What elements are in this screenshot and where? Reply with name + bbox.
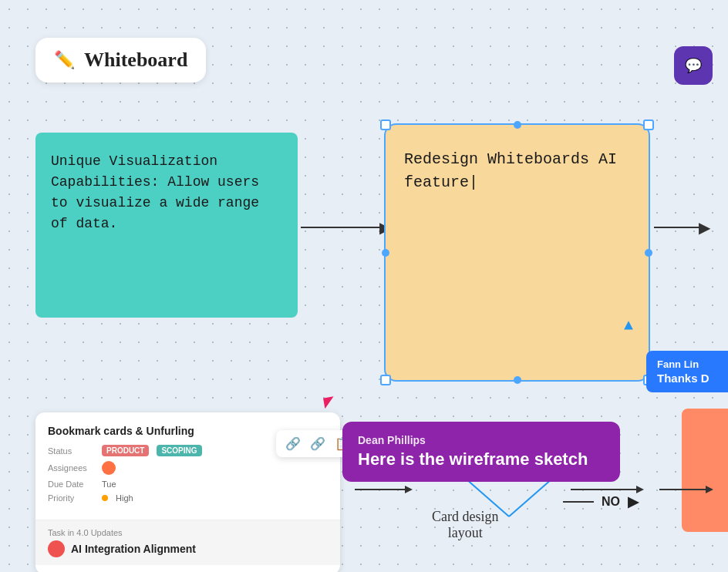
assignee-avatar — [102, 461, 116, 475]
resize-handle-bl[interactable] — [380, 375, 391, 385]
sticky-note-teal[interactable]: Unique Visualization Capabilities: Allow… — [35, 133, 298, 318]
arrow-connector-right: ▶ — [654, 218, 710, 237]
ai-integration-title: AI Integration Alignment — [71, 543, 196, 555]
task-card-bottom: Task in 4.0 Updates AI Integration Align… — [35, 520, 340, 565]
task-meta-priority: Priority High — [48, 493, 328, 503]
due-date-label: Due Date — [48, 479, 94, 489]
task-card-content: Bookmark cards & Unfurling Status PRODUC… — [35, 412, 340, 520]
no-label: NO ▶ — [563, 493, 639, 510]
assignees-label: Assignees — [48, 463, 94, 473]
sticky-note-orange[interactable]: Redesign Whiteboards AI feature| ▲ — [384, 123, 650, 382]
resize-handle-tr[interactable] — [643, 119, 654, 130]
mid-handle-bottom[interactable] — [514, 376, 521, 384]
mid-handle-left[interactable] — [382, 249, 389, 257]
toolbar-link-icon[interactable]: 🔗 — [285, 436, 301, 451]
badge-product: PRODUCT — [102, 445, 149, 456]
avatar-button[interactable]: 💬 — [674, 46, 713, 85]
arrow-connector-left: ▶ — [301, 218, 391, 237]
badge-scoping: SCOPING — [157, 445, 201, 456]
mid-handle-right[interactable] — [645, 249, 652, 257]
fann-user-name: Fann Lin — [657, 358, 728, 370]
tooltip-dean-phillips: Dean Phillips Here is the wireframe sket… — [342, 422, 620, 482]
title-card[interactable]: ✏️ Whiteboard — [35, 38, 206, 82]
mid-handle-top[interactable] — [514, 121, 521, 129]
fann-message: Thanks D — [657, 372, 728, 385]
cursor-blue: ▲ — [624, 315, 633, 338]
task-meta-due: Due Date Tue — [48, 479, 328, 489]
priority-value: High — [116, 493, 133, 503]
dean-message: Here is the wireframe sketch — [358, 449, 605, 469]
task-meta-assignees: Assignees — [48, 461, 328, 475]
card-design-layout: Card designlayout — [432, 509, 498, 541]
card-design-text: Card designlayout — [432, 509, 498, 540]
resize-handle-tl[interactable] — [380, 119, 391, 130]
priority-dot — [102, 495, 108, 501]
toolbar-link2-icon[interactable]: 🔗 — [310, 436, 325, 451]
no-text: NO — [602, 495, 620, 509]
tooltip-fann-lin: Fann Lin Thanks D — [646, 351, 728, 392]
task-bottom-avatar — [48, 540, 65, 557]
priority-label: Priority — [48, 493, 94, 503]
whiteboard-icon: ✏️ — [54, 50, 75, 70]
task-bottom-title: AI Integration Alignment — [48, 540, 328, 557]
chat-icon: 💬 — [685, 57, 702, 74]
dean-user-name: Dean Phillips — [358, 434, 605, 446]
due-date-value: Tue — [102, 479, 116, 489]
task-in-label: Task in 4.0 Updates — [48, 528, 328, 537]
page-title: Whiteboard — [84, 49, 187, 72]
arrow-head-right: ▶ — [699, 218, 710, 237]
sticky-teal-text: Unique Visualization Capabilities: Allow… — [51, 153, 259, 231]
status-label: Status — [48, 446, 94, 456]
sticky-orange-text: Redesign Whiteboards AI feature| — [404, 150, 617, 191]
orange-card-right — [682, 409, 728, 532]
